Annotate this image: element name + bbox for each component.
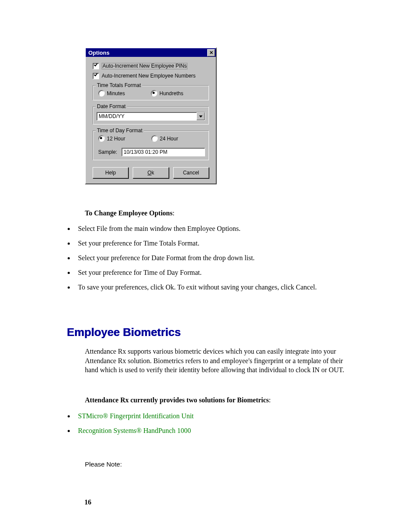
radio-label: Hundreths	[159, 90, 183, 96]
chevron-down-icon	[199, 115, 202, 118]
time-totals-format-group: Time Totals Format Minutes Hundreths	[93, 85, 209, 100]
titlebar: Options ✕	[86, 48, 216, 57]
radio-label: 24 Hour	[160, 136, 178, 142]
radio-icon	[151, 135, 158, 142]
list-item: Set your preference for Time of Day Form…	[75, 269, 346, 277]
group-legend: Time Totals Format	[96, 82, 142, 88]
radio-icon	[98, 90, 105, 96]
checkbox-auto-increment-numbers[interactable]: Auto-Increment New Employee Numbers	[93, 73, 209, 79]
group-legend: Time of Day Format	[96, 128, 144, 134]
list-item: To save your preferences, click Ok. To e…	[75, 283, 346, 291]
checkbox-icon	[93, 73, 99, 79]
date-format-combo[interactable]: MM/DD/YY	[97, 112, 205, 121]
checkbox-auto-increment-pins[interactable]: Auto-Increment New Employee PINs	[93, 63, 209, 69]
page-number: 16	[84, 498, 91, 506]
instructions-heading: To Change Employee Options:	[85, 209, 346, 217]
solutions-list: STMicro® Fingerprint Identification Unit…	[75, 412, 346, 435]
sample-value-field: 10/13/03 01:20 PM	[121, 148, 205, 156]
radio-24-hour[interactable]: 24 Hour	[151, 135, 178, 142]
instructions-list: Select File from the main window then Em…	[75, 225, 346, 291]
radio-12-hour[interactable]: 12 Hour	[98, 135, 125, 142]
checkbox-icon	[93, 63, 99, 69]
options-dialog: Options ✕ Auto-Increment New Employee PI…	[85, 47, 217, 184]
please-note: Please Note:	[85, 460, 346, 468]
section-heading: Employee Biometrics	[67, 326, 346, 339]
radio-label: 12 Hour	[107, 136, 125, 142]
link-handpunch[interactable]: Recognition Systems® HandPunch 1000	[78, 427, 191, 434]
list-item: Select your preference for Date Format f…	[75, 254, 346, 262]
checkbox-label: Auto-Increment New Employee Numbers	[102, 73, 196, 79]
close-button[interactable]: ✕	[207, 49, 215, 56]
sample-label: Sample:	[98, 149, 117, 155]
dialog-title: Options	[88, 50, 109, 56]
list-item: Recognition Systems® HandPunch 1000	[75, 427, 346, 435]
date-format-group: Date Format MM/DD/YY	[93, 106, 209, 124]
cancel-button[interactable]: Cancel	[173, 167, 209, 178]
radio-icon	[98, 135, 105, 142]
group-legend: Date Format	[96, 103, 127, 109]
time-of-day-format-group: Time of Day Format 12 Hour 24 Hour Sampl…	[93, 131, 209, 160]
section-paragraph: Attendance Rx supports various biometric…	[85, 347, 346, 375]
close-icon: ✕	[209, 50, 213, 55]
dialog-body: Auto-Increment New Employee PINs Auto-In…	[86, 57, 216, 184]
radio-label: Minutes	[107, 90, 125, 96]
ok-button[interactable]: Ok	[133, 167, 168, 178]
list-item: STMicro® Fingerprint Identification Unit	[75, 412, 346, 420]
help-button[interactable]: Help	[93, 167, 128, 178]
solutions-heading: Attendance Rx currently provides two sol…	[85, 395, 346, 405]
combo-value: MM/DD/YY	[97, 112, 196, 120]
checkbox-label: Auto-Increment New Employee PINs	[102, 63, 187, 69]
combo-dropdown-button[interactable]	[196, 112, 205, 120]
radio-icon	[151, 90, 157, 96]
link-stmicro[interactable]: STMicro® Fingerprint Identification Unit	[78, 412, 194, 420]
radio-minutes[interactable]: Minutes	[98, 90, 125, 96]
radio-hundreths[interactable]: Hundreths	[151, 90, 183, 96]
list-item: Set your preference for Time Totals Form…	[75, 240, 346, 247]
list-item: Select File from the main window then Em…	[75, 225, 346, 233]
